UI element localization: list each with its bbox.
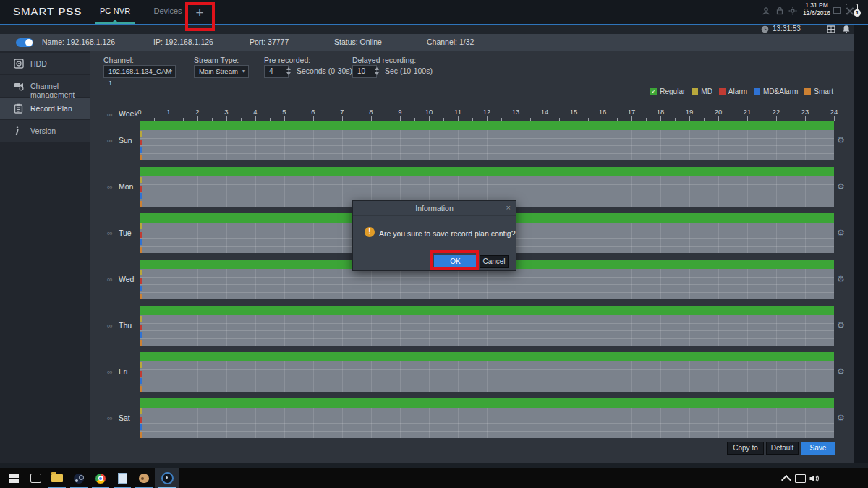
default-button[interactable]: Default [766,442,799,455]
taskbar-clock[interactable]: 1:31 PM 12/6/2016 [796,1,838,17]
volume-icon[interactable] [807,468,822,488]
day-link-icon[interactable]: ∞ [107,183,113,190]
logo-pss: PSS [58,5,82,17]
delayed-recording-stepper[interactable] [374,65,380,78]
day-settings-gear-icon[interactable]: ⚙ [837,321,845,330]
hour-tick-label: 5 [278,108,291,116]
stream-type-select[interactable]: Main Stream▾ [194,65,249,78]
schedule-track-sun[interactable] [140,121,834,160]
copy-to-button[interactable]: Copy to [727,442,764,455]
record-track-area[interactable] [140,408,834,438]
window-bottom-edge [0,463,868,468]
record-marker [140,286,142,291]
stream-type-value: Main Stream [199,67,238,75]
day-link-icon[interactable]: ∞ [107,322,113,329]
hour-tick-label: 13 [509,108,522,116]
day-link-icon[interactable]: ∞ [107,229,113,236]
section-divider [103,82,848,82]
day-settings-gear-icon[interactable]: ⚙ [837,228,845,237]
pre-recorded-stepper[interactable] [286,65,292,78]
day-link-icon[interactable]: ∞ [107,414,113,421]
day-settings-gear-icon[interactable]: ⚙ [837,182,845,191]
record-track-area[interactable] [140,130,834,160]
record-band-md-alarm [140,330,834,338]
file-explorer-icon[interactable] [46,468,68,488]
window-right-edge [854,25,868,468]
sidebar-item-version[interactable]: Version [0,120,90,142]
hour-tick-label: 4 [249,108,262,116]
record-track-area[interactable] [140,315,834,346]
record-band-md-alarm [140,423,834,431]
lock-icon[interactable] [775,7,786,17]
sidebar-item-hdd[interactable]: HDD [0,53,90,75]
record-marker [140,155,142,160]
taskbar-chevron-up-icon[interactable] [780,468,793,488]
record-marker [140,371,142,377]
tab-devices[interactable]: Devices [148,0,187,22]
regular-record-bar [140,167,834,176]
legend-item-smart[interactable]: Smart [804,87,833,95]
record-band-smart [140,292,834,300]
schedule-track-sat[interactable] [140,398,834,438]
legend-label: MD [701,87,712,95]
schedule-track-fri[interactable] [140,352,834,392]
day-settings-gear-icon[interactable]: ⚙ [837,136,845,145]
sidebar-item-channel-management[interactable]: Channel management [0,75,90,98]
regular-record-bar [140,306,834,315]
notepad-icon[interactable] [111,468,133,488]
pre-recorded-input[interactable]: 4 [264,65,289,78]
regular-record-bar [140,352,834,361]
day-settings-gear-icon[interactable]: ⚙ [837,367,845,376]
clock-icon [761,25,769,33]
cancel-button[interactable]: Cancel [480,255,509,268]
day-link-icon[interactable]: ∞ [107,368,113,375]
save-button[interactable]: Save [801,442,835,455]
record-track-area[interactable] [140,361,834,392]
sidebar-item-label: Channel management [30,82,90,99]
schedule-track-thu[interactable] [140,306,834,346]
task-view-button[interactable] [25,468,46,488]
sidebar-item-record-plan[interactable]: Record Plan [0,98,90,120]
hour-tick-label: 11 [451,108,464,116]
record-track-area[interactable] [140,269,834,299]
action-center-icon[interactable]: 1 [846,4,858,14]
hour-tick-label: 0 [133,108,146,116]
hour-tick-label: 23 [799,108,812,116]
record-band-smart [140,153,834,161]
day-link-icon[interactable]: ∞ [107,137,113,144]
sidebar-item-label: Version [30,127,56,135]
record-marker [140,278,142,284]
legend-item-regular[interactable]: ✓Regular [650,87,685,95]
alarm-bell-icon[interactable] [842,25,851,33]
device-grid-icon[interactable] [827,25,835,33]
user-icon[interactable] [762,7,772,17]
version-icon [14,126,24,136]
day-settings-gear-icon[interactable]: ⚙ [837,414,845,422]
dialog-close-icon[interactable]: × [506,203,511,212]
chrome-icon[interactable] [90,468,111,488]
legend-item-md-alarm[interactable]: MD&Alarm [754,87,798,95]
delayed-recording-input[interactable]: 10 [352,65,377,78]
stream-type-label: Stream Type: [194,56,239,64]
device-enable-toggle[interactable] [16,38,33,47]
record-marker [140,408,142,414]
legend-item-alarm[interactable]: Alarm [719,87,747,95]
start-button[interactable] [3,468,25,488]
steam-icon[interactable] [68,468,90,488]
record-band-alarm [140,277,834,285]
logo-smart: SMART [13,5,54,17]
legend-label: Alarm [728,87,747,95]
legend-label: Regular [660,87,685,95]
smartpss-taskbar-icon[interactable] [155,468,179,488]
legend-item-md[interactable]: MD [692,87,712,95]
week-link-icon[interactable]: ∞ [107,111,113,118]
record-marker [140,140,142,145]
record-band-md-alarm [140,145,834,153]
paint-icon[interactable] [133,468,155,488]
record-marker [140,186,142,192]
day-settings-gear-icon[interactable]: ⚙ [837,275,845,283]
day-link-icon[interactable]: ∞ [107,275,113,283]
record-marker [140,239,142,245]
channel-select[interactable]: 192.168.1.134_CAM 1▾ [103,65,176,78]
network-icon[interactable] [793,468,807,488]
